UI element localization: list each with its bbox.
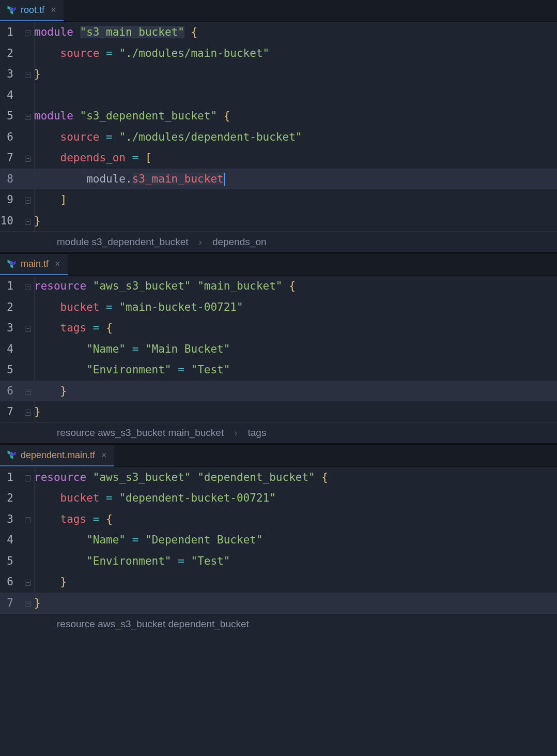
code-token <box>73 26 80 38</box>
code-content[interactable]: } <box>34 401 557 422</box>
line-number: 1 <box>0 276 22 297</box>
line-number: 2 <box>0 488 22 509</box>
code-line[interactable]: 1 − resource "aws_s3_bucket" "main_bucke… <box>0 276 557 297</box>
code-content[interactable]: module.s3_main_bucket <box>34 169 557 190</box>
code-area[interactable]: 1 − resource "aws_s3_bucket" "main_bucke… <box>0 276 557 422</box>
code-line[interactable]: 4 "Name" = "Dependent Bucket" <box>0 530 557 551</box>
code-line[interactable]: 3 − } <box>0 64 557 85</box>
code-token: } <box>34 215 41 227</box>
code-line[interactable]: 1 − resource "aws_s3_bucket" "dependent_… <box>0 467 557 488</box>
code-area[interactable]: 1 − module "s3_main_bucket" { 2 source =… <box>0 22 557 231</box>
code-token: } <box>60 385 67 397</box>
line-number: 1 <box>0 467 22 488</box>
file-tab[interactable]: dependent.main.tf × <box>0 445 114 466</box>
terraform-icon <box>7 260 17 269</box>
code-content[interactable]: } <box>34 571 557 593</box>
code-content[interactable]: tags = { <box>34 509 557 530</box>
code-token: "Name" <box>86 343 126 355</box>
code-line[interactable]: 3 − tags = { <box>0 317 557 339</box>
terraform-icon <box>7 6 17 15</box>
code-content[interactable]: source = "./modules/dependent-bucket" <box>34 127 557 148</box>
code-token: bucket <box>60 301 100 313</box>
code-line[interactable]: 1 − module "s3_main_bucket" { <box>0 22 557 43</box>
line-number: 3 <box>0 509 22 530</box>
fold-toggle-icon[interactable]: − <box>25 114 31 120</box>
code-content[interactable]: } <box>34 210 557 232</box>
line-number: 3 <box>0 64 22 85</box>
code-line[interactable]: 6 − } <box>0 571 557 593</box>
code-content[interactable]: "Environment" = "Test" <box>34 359 557 381</box>
code-line[interactable]: 2 bucket = "dependent-bucket-00721" <box>0 488 557 509</box>
code-line[interactable]: 4 "Name" = "Main Bucket" <box>0 339 557 360</box>
code-token: bucket <box>60 492 100 504</box>
code-token: = <box>178 364 184 376</box>
code-line[interactable]: 6 source = "./modules/dependent-bucket" <box>0 127 557 148</box>
code-content[interactable] <box>34 85 557 106</box>
fold-end-icon: − <box>25 601 31 607</box>
close-icon[interactable]: × <box>51 5 56 16</box>
tab-filename: root.tf <box>21 5 44 16</box>
code-content[interactable]: resource "aws_s3_bucket" "dependent_buck… <box>34 467 557 488</box>
code-content[interactable]: source = "./modules/main-bucket" <box>34 43 557 64</box>
close-icon[interactable]: × <box>101 450 107 461</box>
code-content[interactable]: "Environment" = "Test" <box>34 551 557 572</box>
breadcrumb-item[interactable]: resource aws_s3_bucket main_bucket <box>57 427 224 439</box>
fold-toggle-icon[interactable]: − <box>25 475 31 481</box>
code-line[interactable]: 5 "Environment" = "Test" <box>0 359 557 381</box>
file-tab[interactable]: root.tf × <box>0 0 64 21</box>
line-number: 5 <box>0 551 22 572</box>
code-token: "./modules/dependent-bucket" <box>119 131 302 143</box>
code-line[interactable]: 4 <box>0 85 557 106</box>
code-token: . <box>126 173 132 185</box>
breadcrumb-item[interactable]: depends_on <box>212 236 267 248</box>
line-number: 7 <box>0 147 22 169</box>
code-line[interactable]: 6 − } <box>0 381 557 402</box>
code-line[interactable]: 8 module.s3_main_bucket <box>0 169 557 190</box>
breadcrumb-item[interactable]: tags <box>248 427 267 439</box>
fold-toggle-icon[interactable]: − <box>25 284 31 290</box>
fold-toggle-icon[interactable]: − <box>25 156 31 162</box>
code-token <box>138 534 145 546</box>
code-token: "Dependent Bucket" <box>145 534 263 546</box>
code-content[interactable]: module "s3_dependent_bucket" { <box>34 105 557 127</box>
code-line[interactable]: 10 − } <box>0 210 557 232</box>
code-content[interactable]: resource "aws_s3_bucket" "main_bucket" { <box>34 276 557 297</box>
code-content[interactable]: tags = { <box>34 317 557 339</box>
fold-toggle-icon[interactable]: − <box>25 517 31 523</box>
fold-end-icon: − <box>25 389 31 395</box>
code-content[interactable]: "Name" = "Main Bucket" <box>34 339 557 360</box>
code-token <box>99 322 106 334</box>
code-line[interactable]: 7 − } <box>0 401 557 422</box>
chevron-right-icon: › <box>234 427 237 439</box>
code-line[interactable]: 7 − depends_on = [ <box>0 147 557 169</box>
code-content[interactable]: module "s3_main_bucket" { <box>34 22 557 43</box>
code-token: "aws_s3_bucket" <box>93 471 191 483</box>
code-token: = <box>106 47 113 59</box>
file-tab[interactable]: main.tf × <box>0 254 68 275</box>
tab-bar: dependent.main.tf × <box>0 445 557 467</box>
code-content[interactable]: } <box>34 593 557 614</box>
code-content[interactable]: depends_on = [ <box>34 147 557 169</box>
breadcrumb-item[interactable]: module s3_dependent_bucket <box>57 236 189 248</box>
code-content[interactable]: ] <box>34 189 557 210</box>
code-content[interactable]: bucket = "main-bucket-00721" <box>34 297 557 318</box>
code-line[interactable]: 2 source = "./modules/main-bucket" <box>0 43 557 64</box>
fold-toggle-icon[interactable]: − <box>25 30 31 36</box>
code-line[interactable]: 9 − ] <box>0 189 557 210</box>
code-line[interactable]: 5 "Environment" = "Test" <box>0 551 557 572</box>
code-content[interactable]: } <box>34 64 557 85</box>
code-line[interactable]: 2 bucket = "main-bucket-00721" <box>0 297 557 318</box>
code-content[interactable]: bucket = "dependent-bucket-00721" <box>34 488 557 509</box>
code-content[interactable]: "Name" = "Dependent Bucket" <box>34 530 557 551</box>
code-line[interactable]: 5 − module "s3_dependent_bucket" { <box>0 105 557 127</box>
breadcrumb-item[interactable]: resource aws_s3_bucket dependent_bucket <box>57 618 249 630</box>
code-token: module <box>34 26 73 38</box>
fold-toggle-icon[interactable]: − <box>25 326 31 332</box>
close-icon[interactable]: × <box>55 259 60 269</box>
code-area[interactable]: 1 − resource "aws_s3_bucket" "dependent_… <box>0 467 557 614</box>
code-token: depends_on <box>60 152 126 164</box>
code-token: "Test" <box>191 555 230 567</box>
code-line[interactable]: 3 − tags = { <box>0 509 557 530</box>
code-content[interactable]: } <box>34 381 557 402</box>
code-line[interactable]: 7 − } <box>0 593 557 614</box>
